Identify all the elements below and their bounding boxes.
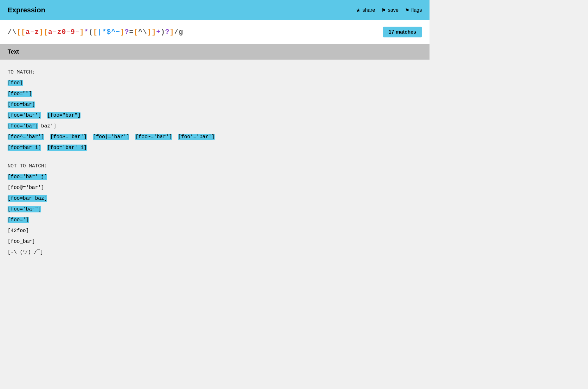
regex-close-bracket5: ] <box>152 28 156 36</box>
partial-match-2: [foo=bar baz] <box>8 195 47 202</box>
header-actions: ★ share ⚑ save ⚑ flags <box>356 7 422 13</box>
match-9: [foo|='bar'] <box>93 134 129 140</box>
matches-badge: 17 matches <box>383 27 422 37</box>
match-line-5: [foo='bar] baz'] <box>8 121 422 131</box>
regex-close-bracket6: ] <box>170 28 174 36</box>
flags-button[interactable]: ⚑ flags <box>405 7 422 13</box>
regex-open-bracket5: [ <box>134 28 138 36</box>
regex-open-bracket4: [ <box>93 28 98 36</box>
app-header: Expression ★ share ⚑ save ⚑ flags <box>0 0 430 20</box>
regex-close-bracket4: ] <box>147 28 152 36</box>
save-label: save <box>388 7 398 13</box>
regex-question2: ? <box>165 28 170 36</box>
not-match-line-3: [foo=bar baz] <box>8 193 422 204</box>
not-match-line-1: [foo='bar' j] <box>8 172 422 182</box>
match-line-3: [foo=bar] <box>8 100 422 110</box>
not-match-line-5: [foo='] <box>8 215 422 225</box>
not-match-line-4: [foo='bar"] <box>8 204 422 214</box>
match-10: [foo~='bar'] <box>135 134 172 140</box>
regex-backslash: \ <box>12 28 16 36</box>
match-12: [foo=bar i] <box>8 145 41 151</box>
regex-close-slash: / <box>174 28 179 36</box>
regex-open-paren: ( <box>89 28 93 36</box>
share-label: share <box>362 7 375 13</box>
regex-open-slash: / <box>8 28 12 36</box>
flags-icon: ⚑ <box>405 7 409 13</box>
text-section-header: Text <box>0 44 430 60</box>
match-3: [foo=bar] <box>8 101 35 108</box>
match-line-6: [foo^='bar'] [foo$='bar'] [foo|='bar'] [… <box>8 132 422 142</box>
regex-close-bracket: ] <box>39 28 43 36</box>
match-11: [foo*='bar'] <box>178 134 215 140</box>
match-line-1: [foo] <box>8 78 422 88</box>
match-line-7: [foo=bar i] [foo='bar' i] <box>8 143 422 153</box>
regex-open-bracket: [ <box>16 28 21 36</box>
regex-open-bracket3: [ <box>44 28 48 36</box>
regex-pipe: | <box>98 28 102 36</box>
regex-close-bracket3: ] <box>120 28 125 36</box>
match-2: [foo=""] <box>8 91 32 97</box>
not-match-line-6: [42foo] <box>8 226 422 236</box>
partial-match-1: [foo='bar' j] <box>8 174 47 180</box>
save-button[interactable]: ⚑ save <box>381 7 398 13</box>
flags-label: flags <box>411 7 422 13</box>
match-1: [foo] <box>8 80 23 86</box>
regex-close-bracket2: ] <box>80 28 84 36</box>
partial-match-3: [foo='bar"] <box>8 206 41 212</box>
not-match-line-8: [-\_(ツ)_/¯] <box>8 247 422 257</box>
not-to-match-label: NOT TO MATCH: <box>8 161 422 171</box>
match-7: [foo^='bar'] <box>8 134 44 140</box>
regex-open-bracket2: [ <box>21 28 26 36</box>
not-match-line-2: [foo@='bar'] <box>8 183 422 193</box>
match-13: [foo='bar' i] <box>47 145 87 151</box>
match-line-4: [foo='bar'] [foo="bar"] <box>8 110 422 120</box>
save-icon: ⚑ <box>381 7 386 13</box>
share-button[interactable]: ★ share <box>356 7 375 13</box>
regex-flag: g <box>179 28 183 36</box>
regex-az: a–z <box>26 28 39 36</box>
regex-star: * <box>84 28 88 36</box>
match-8: [foo$='bar'] <box>50 134 87 140</box>
regex-az09: a–z0–9– <box>48 28 80 36</box>
regex-special-chars: *$^~ <box>102 28 120 36</box>
text-section-label: Text <box>8 49 19 55</box>
regex-question1: ? <box>125 28 129 36</box>
regex-equals: = <box>129 28 133 36</box>
regex-caret-backslash: ^\ <box>138 28 147 36</box>
app-title: Expression <box>8 6 45 14</box>
gap-1 <box>8 153 422 161</box>
regex-bar: /\[[a–z][a–z0–9–]*([|*$^~]?=[^\]]+)?]/g … <box>0 20 430 44</box>
text-area[interactable]: TO MATCH: [foo] [foo=""] [foo=bar] [foo=… <box>0 60 430 266</box>
match-5: [foo="bar"] <box>47 112 81 119</box>
match-6: [foo='bar] <box>8 123 38 129</box>
match-line-2: [foo=""] <box>8 89 422 99</box>
regex-expression: /\[[a–z][a–z0–9–]*([|*$^~]?=[^\]]+)?]/g <box>8 28 183 36</box>
regex-close-paren: ) <box>161 28 165 36</box>
match-4: [foo='bar'] <box>8 112 41 119</box>
share-icon: ★ <box>356 7 360 13</box>
partial-match-4: [foo='] <box>8 217 29 223</box>
not-match-line-7: [foo_bar] <box>8 237 422 247</box>
regex-plus: + <box>156 28 161 36</box>
to-match-label: TO MATCH: <box>8 67 422 77</box>
